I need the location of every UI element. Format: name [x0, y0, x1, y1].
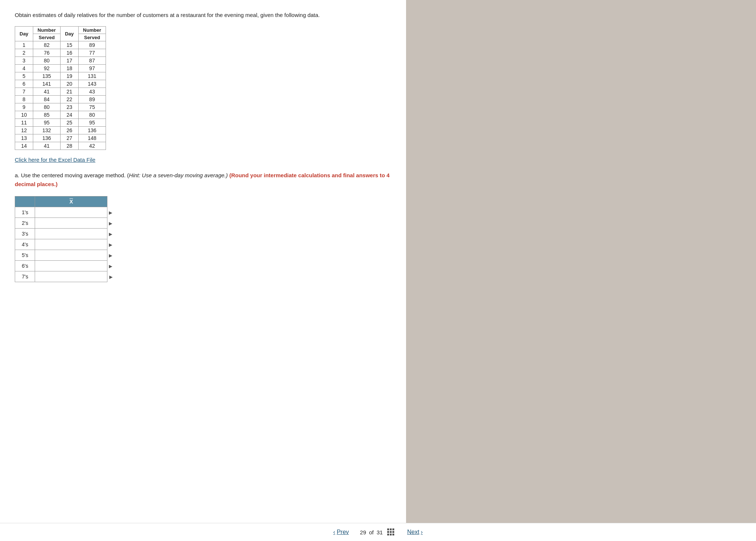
instructions-text: Obtain estimates of daily relatives for …: [15, 11, 391, 20]
answer-row: 6's ▶: [15, 260, 119, 271]
prev-chevron-icon: ‹: [333, 529, 335, 535]
answer-arrow-3: ▶: [107, 239, 119, 250]
answer-row-label-2: 3's: [15, 228, 35, 239]
served-left-12: 136: [33, 134, 60, 142]
col-served-header-1: Served: [33, 34, 60, 41]
answer-arrow-6: ▶: [107, 271, 119, 282]
answer-arrow-1: ▶: [107, 218, 119, 228]
answer-input-cell-0[interactable]: [35, 207, 107, 218]
answer-input-cell-6[interactable]: [35, 271, 107, 282]
next-label[interactable]: Next: [407, 529, 419, 535]
answer-input-5[interactable]: [35, 261, 107, 271]
day-left-0: 1: [15, 41, 33, 49]
prev-button[interactable]: ‹ Prev: [333, 529, 349, 535]
served-right-7: 89: [78, 95, 106, 103]
answer-input-cell-1[interactable]: [35, 218, 107, 228]
table-row: 14 41 28 42: [15, 142, 106, 150]
col-day2-header: Day: [60, 26, 78, 41]
day-left-6: 7: [15, 88, 33, 95]
day-right-0: 15: [60, 41, 78, 49]
answer-arrow-4: ▶: [107, 250, 119, 260]
served-left-1: 76: [33, 49, 60, 57]
served-left-13: 41: [33, 142, 60, 150]
next-chevron-icon: ›: [421, 529, 423, 535]
answer-row: 4's ▶: [15, 239, 119, 250]
answer-row-label-6: 7's: [15, 271, 35, 282]
table-row: 6 141 20 143: [15, 80, 106, 88]
served-left-9: 85: [33, 111, 60, 119]
served-right-11: 136: [78, 126, 106, 134]
answer-row-label-5: 6's: [15, 260, 35, 271]
table-row: 5 135 19 131: [15, 72, 106, 80]
day-right-3: 18: [60, 64, 78, 72]
day-left-7: 8: [15, 95, 33, 103]
table-row: 1 82 15 89: [15, 41, 106, 49]
table-row: 12 132 26 136: [15, 126, 106, 134]
day-right-7: 22: [60, 95, 78, 103]
answer-input-0[interactable]: [35, 207, 107, 218]
day-right-6: 21: [60, 88, 78, 95]
served-left-4: 135: [33, 72, 60, 80]
question-text: a. Use the centered moving average metho…: [15, 171, 391, 189]
day-right-12: 27: [60, 134, 78, 142]
answer-row: 7's ▶: [15, 271, 119, 282]
answer-input-cell-2[interactable]: [35, 228, 107, 239]
answer-input-4[interactable]: [35, 250, 107, 260]
current-page: 29: [360, 529, 366, 535]
day-left-11: 12: [15, 126, 33, 134]
served-right-9: 80: [78, 111, 106, 119]
table-row: 10 85 24 80: [15, 111, 106, 119]
day-right-4: 19: [60, 72, 78, 80]
next-button[interactable]: Next ›: [407, 529, 423, 535]
question-a-hint: Hint:: [129, 172, 140, 178]
served-right-12: 148: [78, 134, 106, 142]
served-left-10: 95: [33, 119, 60, 126]
answer-row: 3's ▶: [15, 228, 119, 239]
answer-table: X 1's ▶ 2's ▶ 3's ▶ 4's ▶ 5's: [15, 196, 119, 282]
served-left-11: 132: [33, 126, 60, 134]
served-right-6: 43: [78, 88, 106, 95]
day-left-8: 9: [15, 103, 33, 111]
day-left-12: 13: [15, 134, 33, 142]
answer-input-1[interactable]: [35, 218, 107, 228]
day-left-9: 10: [15, 111, 33, 119]
answer-row-label-0: 1's: [15, 207, 35, 218]
answer-input-cell-5[interactable]: [35, 260, 107, 271]
col-day-header: Day: [15, 26, 33, 41]
table-row: 8 84 22 89: [15, 95, 106, 103]
day-left-10: 11: [15, 119, 33, 126]
served-left-8: 80: [33, 103, 60, 111]
data-table: Day Number Day Number Served Served 1 82…: [15, 26, 106, 150]
prev-label[interactable]: Prev: [337, 529, 349, 535]
col-number-header-3: Number: [78, 26, 106, 34]
answer-col-empty: [15, 196, 35, 207]
day-left-4: 5: [15, 72, 33, 80]
table-row: 3 80 17 87: [15, 57, 106, 64]
day-right-8: 23: [60, 103, 78, 111]
answer-row: 2's ▶: [15, 218, 119, 228]
served-left-0: 82: [33, 41, 60, 49]
served-left-6: 41: [33, 88, 60, 95]
answer-input-cell-4[interactable]: [35, 250, 107, 260]
day-right-10: 25: [60, 119, 78, 126]
grid-icon[interactable]: [387, 528, 395, 536]
day-left-13: 14: [15, 142, 33, 150]
answer-row: 1's ▶: [15, 207, 119, 218]
served-right-13: 42: [78, 142, 106, 150]
answer-input-2[interactable]: [35, 229, 107, 239]
answer-input-3[interactable]: [35, 239, 107, 250]
served-left-2: 80: [33, 57, 60, 64]
served-right-0: 89: [78, 41, 106, 49]
answer-arrow-0: ▶: [107, 207, 119, 218]
answer-input-cell-3[interactable]: [35, 239, 107, 250]
footer-nav: ‹ Prev 29 of 31 Next ›: [0, 523, 756, 541]
answer-input-6[interactable]: [35, 271, 107, 282]
answer-arrow-5: ▶: [107, 260, 119, 271]
answer-col-xbar: X: [35, 196, 107, 207]
question-a-hint-text: Use a seven-day moving average.): [140, 172, 228, 178]
day-right-13: 28: [60, 142, 78, 150]
answer-row-label-4: 5's: [15, 250, 35, 260]
day-right-5: 20: [60, 80, 78, 88]
day-right-11: 26: [60, 126, 78, 134]
excel-link[interactable]: Click here for the Excel Data File: [15, 157, 95, 163]
